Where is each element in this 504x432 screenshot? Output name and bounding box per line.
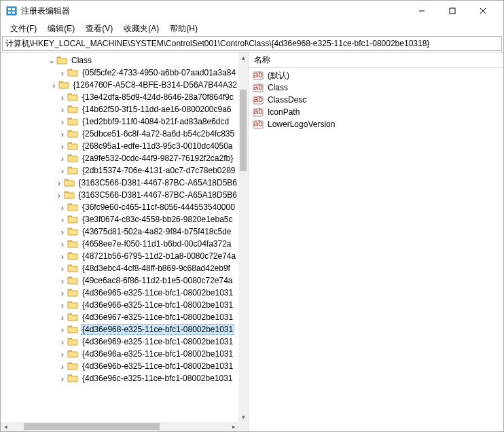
scroll-thumb[interactable] (240, 90, 247, 171)
minimize-button[interactable] (406, 1, 437, 20)
content-area: Class {05f5cfe2-4733-4950-a6bb-07aad01a3… (1, 52, 503, 431)
tree-item[interactable]: {14b62f50-3f15-11dd-ae16-0800200c9a6 (1, 103, 238, 115)
scroll-up-icon[interactable]: ▴ (238, 53, 248, 62)
scroll-track[interactable] (10, 422, 229, 431)
tree-item[interactable]: {4d36e969-e325-11ce-bfc1-08002be1031 (1, 336, 238, 348)
chevron-right-icon[interactable] (58, 374, 67, 384)
tree-item[interactable]: {3163C566-D381-4467-87BC-A65A18D5B6 (1, 177, 238, 189)
tree-item[interactable]: {2db15374-706e-4131-a0c7-d7c78eb0289 (1, 164, 238, 177)
tree-item[interactable]: {48721b56-6795-11d2-b1a8-0080c72e74a (1, 250, 238, 262)
close-button[interactable] (467, 1, 498, 20)
folder-icon (67, 276, 78, 285)
folder-icon (67, 227, 78, 236)
tree-item[interactable]: {4d36e968-e325-11ce-bfc1-08002be1031 (1, 323, 238, 336)
tree-item[interactable]: {4d36e965-e325-11ce-bfc1-08002be1031 (1, 287, 238, 299)
chevron-right-icon[interactable] (58, 129, 67, 139)
folder-icon (67, 215, 78, 224)
horizontal-scrollbar[interactable]: ◂ ▸ (1, 422, 238, 431)
tree-item-class[interactable]: Class (1, 54, 238, 67)
svg-rect-3 (8, 12, 11, 14)
tree-item[interactable]: {4d36e967-e325-11ce-bfc1-08002be1031 (1, 311, 238, 323)
chevron-right-icon[interactable] (58, 251, 67, 262)
tree-scroll[interactable]: Class {05f5cfe2-4733-4950-a6bb-07aad01a3… (1, 53, 238, 422)
chevron-right-icon[interactable] (58, 312, 67, 323)
list-row[interactable]: abIconPath (249, 106, 503, 118)
tree-item-label: {4658ee7e-f050-11d1-b6bd-00c04fa372a (81, 239, 233, 249)
tree-item[interactable]: {43675d81-502a-4a82-9f84-b75f418c5de (1, 226, 238, 238)
chevron-right-icon[interactable] (58, 239, 67, 249)
scroll-left-icon[interactable]: ◂ (1, 422, 10, 431)
list-header[interactable]: 名称 (249, 53, 503, 68)
tree-item-label: {43675d81-502a-4a82-9f84-b75f418c5de (81, 227, 233, 236)
folder-icon (67, 202, 78, 212)
scroll-track[interactable] (238, 62, 248, 412)
tree-item[interactable]: {05f5cfe2-4733-4950-a6bb-07aad01a3a84 (1, 67, 238, 79)
tree-item[interactable]: {4658ee7e-f050-11d1-b6bd-00c04fa372a (1, 238, 238, 250)
chevron-right-icon[interactable] (58, 117, 67, 127)
chevron-right-icon[interactable] (58, 141, 67, 151)
folder-icon (64, 178, 75, 187)
tree-item[interactable]: {3163C566-D381-4467-87BC-A65A18D5B6 (1, 189, 238, 201)
chevron-right-icon[interactable] (58, 264, 67, 274)
menu-help[interactable]: 帮助(H) (164, 22, 203, 36)
folder-icon (67, 129, 78, 139)
scroll-right-icon[interactable]: ▸ (229, 422, 238, 431)
menu-view[interactable]: 查看(V) (80, 22, 118, 36)
scrollbar-corner (238, 422, 248, 431)
folder-icon (67, 141, 78, 151)
chevron-right-icon[interactable] (50, 80, 58, 90)
tree-item[interactable]: {13e42dfa-85d9-424d-8646-28a70f864f9c (1, 91, 238, 103)
scroll-down-icon[interactable]: ▾ (238, 412, 248, 422)
tree-item-label: {4d36e968-e325-11ce-bfc1-08002be1031 (81, 324, 234, 335)
chevron-right-icon[interactable] (58, 300, 67, 310)
list-row[interactable]: abClassDesc (249, 94, 503, 106)
chevron-right-icon[interactable] (58, 288, 67, 298)
tree-item[interactable]: {49ce6ac8-6f86-11d2-b1e5-0080c72e74a (1, 274, 238, 287)
tree-item[interactable]: {2a9fe532-0cdc-44f9-9827-76192f2ca2fb} (1, 152, 238, 164)
tree-item[interactable]: {4d36e96c-e325-11ce-bfc1-08002be1031 (1, 372, 238, 384)
tree-item[interactable]: {3e3f0674-c83c-4558-bb26-9820e1eba5c (1, 213, 238, 226)
list-row[interactable]: abLowerLogoVersion (249, 118, 503, 130)
scroll-thumb[interactable] (24, 423, 160, 430)
chevron-right-icon[interactable] (58, 105, 67, 115)
column-name[interactable]: 名称 (249, 54, 276, 66)
chevron-right-icon[interactable] (58, 68, 67, 78)
chevron-right-icon[interactable] (58, 227, 67, 237)
tree-item-label: {13e42dfa-85d9-424d-8646-28a70f864f9c (81, 92, 235, 102)
tree-item[interactable]: {36fc9e60-c465-11cf-8056-444553540000 (1, 201, 238, 213)
chevron-right-icon[interactable] (54, 178, 63, 188)
list-row[interactable]: abClass (249, 82, 503, 94)
chevron-right-icon[interactable] (58, 202, 67, 213)
vertical-scrollbar[interactable]: ▴ ▾ (238, 53, 248, 422)
tree-item[interactable]: {4d36e96a-e325-11ce-bfc1-08002be1031 (1, 348, 238, 360)
tree-item[interactable]: {1ed2bbf9-11f0-4084-b21f-ad83a8e6dcd (1, 115, 238, 128)
chevron-right-icon[interactable] (58, 276, 67, 286)
chevron-right-icon[interactable] (58, 215, 67, 225)
tree-item[interactable]: {4d36e966-e325-11ce-bfc1-08002be1031 (1, 299, 238, 311)
address-bar[interactable]: 计算机\HKEY_LOCAL_MACHINE\SYSTEM\ControlSet… (2, 36, 502, 51)
maximize-button[interactable] (437, 1, 467, 20)
chevron-right-icon[interactable] (58, 92, 67, 103)
menu-edit[interactable]: 编辑(E) (42, 22, 80, 36)
chevron-right-icon[interactable] (58, 154, 67, 164)
chevron-right-icon[interactable] (58, 349, 67, 359)
value-name: Class (268, 83, 288, 92)
tree-item[interactable]: {25dbce51-6c8f-4a72-8a6d-b54c2b4fc835 (1, 128, 238, 140)
chevron-right-icon[interactable] (54, 190, 63, 200)
tree-item[interactable]: {1264760F-A5C8-4BFE-B314-D56A7B44A32 (1, 79, 238, 91)
list-row[interactable]: ab(默认) (249, 69, 503, 82)
chevron-right-icon[interactable] (58, 337, 67, 347)
tree-item[interactable]: {48d3ebc4-4cf8-48ff-b869-9c68ad42eb9f (1, 262, 238, 274)
chevron-down-icon[interactable] (47, 56, 56, 65)
tree-item[interactable]: {268c95a1-edfe-11d3-95c3-0010dc4050a (1, 140, 238, 152)
chevron-right-icon[interactable] (58, 361, 67, 372)
tree-item-label: {48d3ebc4-4cf8-48ff-b869-9c68ad42eb9f (81, 264, 232, 273)
tree-item-label: {14b62f50-3f15-11dd-ae16-0800200c9a6 (81, 105, 233, 114)
tree-item[interactable]: {4d36e96b-e325-11ce-bfc1-08002be1031 (1, 360, 238, 372)
menu-favorites[interactable]: 收藏夹(A) (118, 22, 164, 36)
folder-icon (67, 92, 78, 102)
svg-rect-0 (7, 7, 16, 15)
chevron-right-icon[interactable] (58, 325, 67, 335)
chevron-right-icon[interactable] (58, 166, 67, 176)
menu-file[interactable]: 文件(F) (5, 22, 42, 36)
